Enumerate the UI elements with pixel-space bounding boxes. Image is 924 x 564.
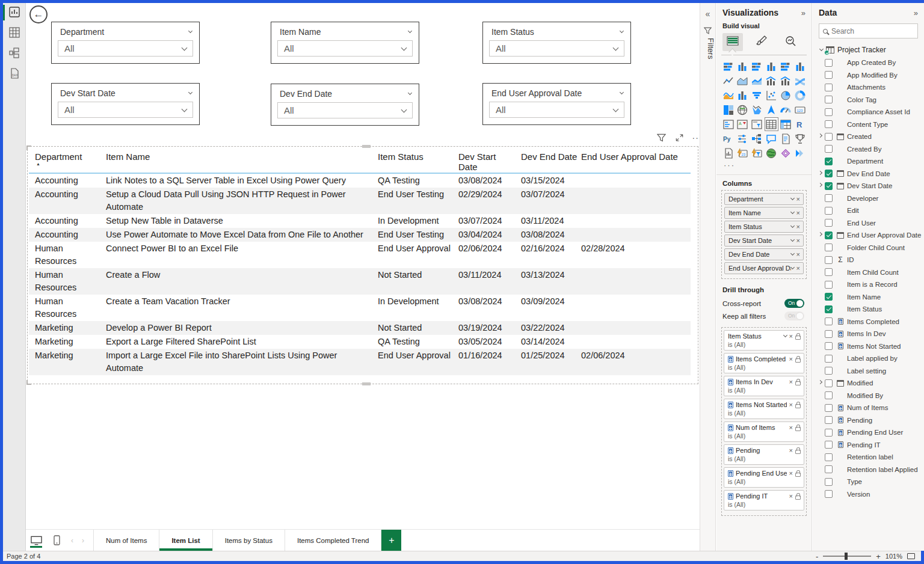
- remove-filter-icon[interactable]: ×: [789, 355, 793, 363]
- filled-map-icon[interactable]: [751, 103, 763, 116]
- column-header-item-name[interactable]: Item Name: [106, 149, 378, 173]
- field-item-child-count[interactable]: Item Child Count: [813, 266, 924, 279]
- table-icon[interactable]: [765, 118, 778, 130]
- line-and-clustered-column-chart-icon[interactable]: [779, 75, 792, 87]
- key-influencers-icon[interactable]: [736, 132, 749, 145]
- filters-rail-label[interactable]: Filters: [700, 38, 715, 59]
- remove-filter-icon[interactable]: ×: [789, 447, 793, 454]
- power-automate-visual-icon[interactable]: [793, 147, 806, 159]
- field-checkbox[interactable]: [825, 330, 833, 338]
- field-checkbox[interactable]: [825, 170, 833, 177]
- field-item-name[interactable]: Item Name: [813, 291, 924, 304]
- field-checkbox[interactable]: [825, 293, 833, 301]
- field-dev-start-date[interactable]: Dev Start Date: [813, 180, 924, 192]
- fit-to-page-icon[interactable]: [907, 553, 915, 559]
- remove-filter-icon[interactable]: ×: [789, 378, 793, 385]
- field-checkbox[interactable]: [825, 404, 833, 412]
- field-checkbox[interactable]: [825, 379, 833, 387]
- scatter-chart-icon[interactable]: [765, 89, 778, 102]
- field-checkbox[interactable]: [825, 71, 833, 79]
- field-developer[interactable]: Developer: [813, 192, 924, 205]
- filter-icon[interactable]: [656, 132, 667, 143]
- remove-field-icon[interactable]: ×: [796, 209, 800, 216]
- paginated-report-icon[interactable]: [722, 147, 735, 159]
- search-input[interactable]: [831, 27, 904, 35]
- stacked-bar-chart-icon[interactable]: [722, 60, 735, 73]
- back-button[interactable]: ←: [29, 5, 48, 23]
- page-tab-items-by-status[interactable]: Items by Status: [213, 530, 285, 551]
- build-visual-tab[interactable]: [722, 33, 743, 51]
- field-compliance-asset-id[interactable]: Compliance Asset Id: [813, 106, 924, 118]
- field-search-box[interactable]: [819, 23, 918, 38]
- selection-handle[interactable]: [26, 146, 31, 150]
- desktop-view-button[interactable]: [26, 530, 46, 551]
- field-color-tag[interactable]: Color Tag: [813, 94, 924, 106]
- histogram-chart-icon[interactable]: [736, 89, 749, 102]
- arcgis-map-icon[interactable]: [765, 147, 778, 159]
- map-icon[interactable]: [736, 103, 749, 116]
- slicer-dropdown[interactable]: All: [58, 102, 193, 118]
- remove-filter-icon[interactable]: ×: [789, 492, 793, 500]
- focus-mode-icon[interactable]: [674, 132, 685, 143]
- remove-filter-icon[interactable]: ×: [789, 401, 793, 408]
- field-num-of-items[interactable]: Num of Items: [813, 402, 924, 414]
- drag-handle[interactable]: [362, 145, 371, 148]
- field-checkbox[interactable]: [825, 194, 833, 202]
- slicer-dropdown[interactable]: All: [489, 40, 624, 57]
- remove-field-icon[interactable]: ×: [796, 223, 800, 230]
- field-pending[interactable]: Pending: [813, 414, 924, 427]
- power-automate-trigger-icon[interactable]: [751, 147, 763, 159]
- donut-chart-icon[interactable]: [793, 89, 806, 102]
- page-tab-item-list[interactable]: Item List: [159, 530, 212, 551]
- clustered-column-chart-icon[interactable]: [765, 60, 778, 73]
- power-apps-visual-icon[interactable]: 23: [736, 147, 749, 159]
- slicer-dropdown[interactable]: All: [58, 40, 193, 57]
- waterfall-chart-icon[interactable]: [722, 89, 735, 102]
- page-tab-num-of-items[interactable]: Num of Items: [94, 530, 159, 551]
- expand-chevron-icon[interactable]: [816, 136, 824, 137]
- field-checkbox[interactable]: [825, 231, 833, 239]
- chevron-down-icon[interactable]: [188, 29, 192, 33]
- multi-row-card-icon[interactable]: [722, 118, 735, 130]
- zoom-in-button[interactable]: +: [876, 552, 881, 561]
- selection-handle[interactable]: [26, 380, 31, 385]
- analytics-tab[interactable]: [780, 33, 801, 51]
- chevron-down-icon[interactable]: [819, 47, 824, 51]
- field-well-item-name[interactable]: Item Name×: [724, 207, 804, 219]
- page-tab-items-completed-trend[interactable]: Items Completed Trend: [285, 530, 382, 551]
- field-checkbox[interactable]: [825, 219, 833, 227]
- field-checkbox[interactable]: [825, 416, 833, 424]
- field-checkbox[interactable]: [825, 367, 833, 375]
- report-view-button[interactable]: [3, 3, 26, 23]
- slicer-dropdown[interactable]: All: [277, 40, 413, 57]
- python-visual-icon[interactable]: Py: [722, 132, 735, 145]
- field-label-applied-by[interactable]: Label applied by: [813, 352, 924, 365]
- field-pending-it[interactable]: Pending IT: [813, 439, 924, 452]
- lock-icon[interactable]: [795, 473, 801, 477]
- custom-visual-icon[interactable]: [779, 147, 792, 159]
- field-items-in-dev[interactable]: Items In Dev: [813, 328, 924, 340]
- stacked-area-chart-icon[interactable]: [751, 75, 763, 87]
- chevron-down-icon[interactable]: [790, 238, 795, 242]
- collapse-data-pane-icon[interactable]: »: [914, 8, 918, 17]
- field-pending-end-user[interactable]: Pending End User: [813, 426, 924, 439]
- filter-card-pending-end-user[interactable]: Pending End User×is (All): [724, 467, 804, 488]
- chevron-down-icon[interactable]: [790, 196, 795, 200]
- field-well-item-status[interactable]: Item Status×: [724, 221, 804, 233]
- field-checkbox[interactable]: [825, 268, 833, 276]
- chevron-down-icon[interactable]: [188, 90, 192, 94]
- remove-field-icon[interactable]: ×: [796, 265, 800, 272]
- field-checkbox[interactable]: [825, 108, 833, 116]
- field-folder-child-count[interactable]: Folder Child Count: [813, 242, 924, 254]
- filter-card-pending-it[interactable]: Pending IT×is (All): [724, 490, 804, 510]
- field-item-is-a-record[interactable]: Item is a Record: [813, 278, 924, 291]
- area-chart-icon[interactable]: [736, 75, 749, 87]
- field-type[interactable]: Type: [813, 476, 924, 488]
- cross-report-toggle[interactable]: On: [784, 299, 804, 308]
- 100-stacked-bar-chart-icon[interactable]: [779, 60, 792, 73]
- field-checkbox[interactable]: [825, 207, 833, 215]
- field-label-setting[interactable]: Label setting: [813, 365, 924, 378]
- field-created[interactable]: Created: [813, 130, 924, 143]
- remove-field-icon[interactable]: ×: [796, 251, 800, 258]
- filter-card-item-status[interactable]: Item Status×is (All): [724, 330, 804, 351]
